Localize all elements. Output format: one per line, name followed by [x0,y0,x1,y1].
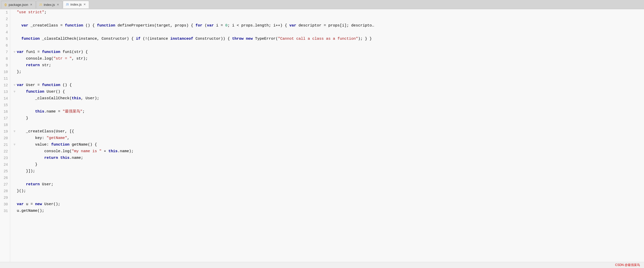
code-lines: "use strict"; var _createClass = functio… [10,9,644,262]
line-6 [13,42,644,49]
line-num-27: 27 [2,181,8,188]
line-num-15: 15 [2,102,8,108]
line-12: ▽ var User = function () { [13,82,644,89]
tab-icon-js-yellow: JS [39,3,42,6]
code-1: "use strict"; [17,9,47,16]
code-12: var User = function () { [17,82,72,89]
line-num-14: 14 [2,95,8,102]
code-13: function User() { [17,89,65,95]
code-16: this.name = "最强菜鸟"; [17,108,85,115]
line-num-19: 19 [2,128,8,135]
watermark: CSDN @最强菜鸟 [615,263,640,267]
line-10: }; [13,69,644,75]
line-19: ▽ _createClass(User, [{ [13,128,644,135]
fold-icon-12[interactable]: ▽ [13,83,16,87]
fold-icon-7[interactable]: ▽ [13,50,16,54]
line-23: return this.name; [13,155,644,161]
line-num-2: 2 [2,16,8,22]
line-num-4: 4 [2,29,8,36]
line-17: } [13,115,644,122]
tab-bar: {} package.json ✕ JS index.js ✕ JS index… [0,0,644,9]
line-8: console.log("str = ", str); [13,55,644,62]
line-2 [13,16,644,22]
line-num-16: 16 [2,108,8,115]
line-num-23: 23 [2,155,8,161]
tab-close-package-json[interactable]: ✕ [30,3,33,7]
line-num-17: 17 [2,115,8,122]
code-26 [17,175,19,181]
line-26 [13,175,644,181]
line-numbers: 1 2 3 4 5 6 7 8 9 10 11 12 13 14 15 16 1… [0,9,10,262]
line-num-22: 22 [2,148,8,155]
code-container: 1 2 3 4 5 6 7 8 9 10 11 12 13 14 15 16 1… [0,9,644,262]
code-11 [17,75,19,82]
tab-close-index-js-2[interactable]: ✕ [83,3,86,6]
tab-package-json[interactable]: {} package.json ✕ [1,1,36,8]
code-24: } [17,161,37,168]
code-5: function _classCallCheck(instance, Const… [17,36,372,42]
line-num-30: 30 [2,201,8,208]
line-31: u.getName(); [13,208,644,214]
code-8: console.log("str = ", str); [17,55,88,62]
line-20: key: "getName", [13,135,644,142]
code-31: u.getName(); [17,208,44,214]
code-17: } [17,115,28,122]
tab-close-index-js-1[interactable]: ✕ [56,3,60,7]
line-num-28: 28 [2,188,8,194]
line-3: var _createClass = function () { functio… [13,22,644,29]
code-22: console.log("my name is " + this.name); [17,148,134,155]
line-13: ▽ function User() { [13,89,644,95]
code-4 [17,29,19,36]
line-num-5: 5 [2,36,8,42]
code-6 [17,42,19,49]
tab-index-js-1[interactable]: JS index.js ✕ [36,1,62,8]
line-num-25: 25 [2,168,8,175]
line-num-12: 12 [2,82,8,89]
line-num-13: 13 [2,89,8,95]
line-9: return str; [13,62,644,69]
tab-index-js-2[interactable]: JS index.js ✕ [63,1,89,8]
line-num-18: 18 [2,122,8,128]
line-24: } [13,161,644,168]
code-29 [17,194,19,201]
line-18 [13,122,644,128]
line-num-1: 1 [2,9,8,16]
line-num-31: 31 [2,208,8,214]
tab-icon-json: {} [4,3,7,6]
line-num-20: 20 [2,135,8,142]
line-5: function _classCallCheck(instance, Const… [13,36,644,42]
line-15 [13,102,644,108]
fold-icon-21[interactable]: ▽ [13,143,16,147]
code-20: key: "getName", [17,135,69,142]
line-28: }(); [13,188,644,194]
code-23: return this.name; [17,155,83,161]
code-7: var fun1 = function fun1(str) { [17,49,88,55]
line-num-11: 11 [2,75,8,82]
code-19: _createClass(User, [{ [17,128,74,135]
code-2 [17,16,19,22]
fold-icon-13[interactable]: ▽ [13,90,16,94]
fold-icon-19[interactable]: ▽ [13,130,16,133]
editor-area: 1 2 3 4 5 6 7 8 9 10 11 12 13 14 15 16 1… [0,9,644,262]
line-num-6: 6 [2,42,8,49]
code-3: var _createClass = function () { functio… [17,22,374,29]
code-15 [17,102,19,108]
line-11 [13,75,644,82]
footer-bar: CSDN @最强菜鸟 [0,262,644,268]
code-27: return User; [17,181,53,188]
line-num-9: 9 [2,62,8,69]
line-num-26: 26 [2,175,8,181]
line-num-10: 10 [2,69,8,75]
code-9: return str; [17,62,51,69]
line-num-29: 29 [2,194,8,201]
code-28: }(); [17,188,26,194]
code-21: value: function getName() { [17,142,97,148]
line-num-8: 8 [2,55,8,62]
tab-label-index-js-2: index.js [70,3,82,6]
tab-icon-js-blue: JS [66,3,69,6]
line-1: "use strict"; [13,9,644,16]
code-10: }; [17,69,21,75]
code-14: _classCallCheck(this, User); [17,95,99,102]
code-30: var u = new User(); [17,201,60,208]
line-num-21: 21 [2,142,8,148]
